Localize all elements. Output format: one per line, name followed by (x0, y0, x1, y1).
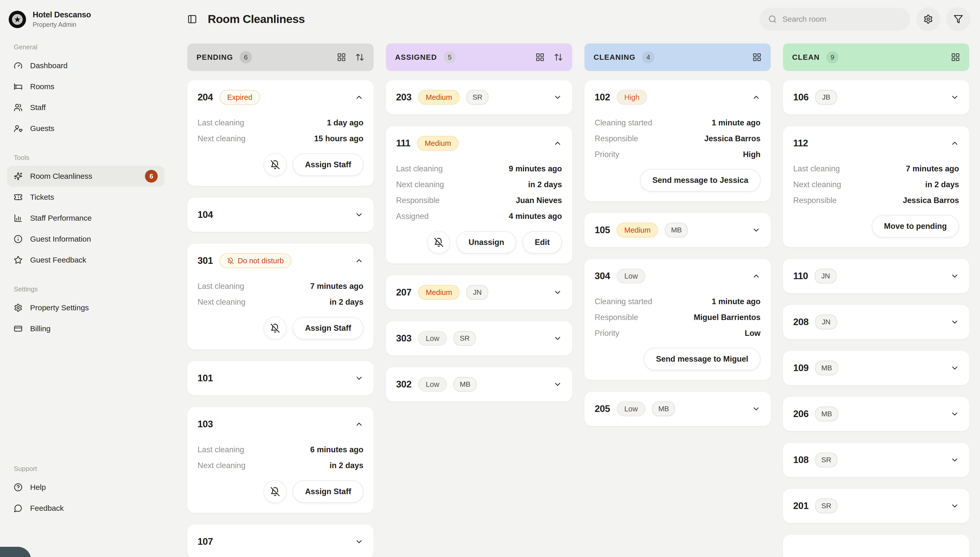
room-card[interactable]: 206MB (783, 397, 969, 431)
card-actions: Assign Staff (198, 480, 363, 503)
expand-toggle[interactable] (553, 93, 562, 102)
assign-staff-button[interactable]: Assign Staff (293, 480, 363, 503)
edit-button[interactable]: Edit (522, 231, 562, 254)
room-card[interactable]: 201SR (783, 489, 969, 523)
assign-staff-button[interactable]: Assign Staff (293, 153, 363, 176)
card-header: 208JN (793, 314, 959, 329)
room-card[interactable]: 204ExpiredLast cleaning1 day agoNext cle… (187, 80, 374, 186)
expand-toggle[interactable] (355, 93, 363, 102)
room-card[interactable]: 112Last cleaning7 minutes agoNext cleani… (783, 126, 969, 247)
detail-value: 1 minute ago (712, 118, 761, 127)
sidebar-item-property-settings[interactable]: Property Settings (7, 297, 164, 318)
expand-toggle[interactable] (553, 380, 562, 389)
column-title: ASSIGNED (395, 53, 437, 62)
sidebar-item-staff-performance[interactable]: Staff Performance (7, 208, 164, 228)
sidebar-item-feedback[interactable]: Feedback (7, 498, 164, 519)
send-message-to-miguel-button[interactable]: Send message to Miguel (644, 348, 761, 370)
room-card[interactable]: 109MB (783, 351, 969, 385)
send-message-to-jessica-button[interactable]: Send message to Jessica (640, 169, 761, 192)
sidebar: ★ Hotel Descanso Property Admin GeneralD… (0, 0, 172, 557)
sidebar-toggle-button[interactable] (187, 14, 197, 24)
sidebar-item-help[interactable]: Help (7, 477, 164, 498)
sidebar-item-staff[interactable]: Staff (7, 97, 164, 118)
expand-toggle[interactable] (951, 364, 959, 372)
room-card[interactable]: 205LowMB (584, 392, 771, 426)
room-card[interactable]: 103Last cleaning6 minutes agoNext cleani… (187, 407, 374, 513)
expand-toggle[interactable] (355, 210, 363, 219)
room-card[interactable]: 110JN (783, 259, 969, 293)
expand-toggle[interactable] (355, 537, 363, 546)
sidebar-item-guest-feedback[interactable]: Guest Feedback (7, 249, 164, 270)
sidebar-item-rooms[interactable]: Rooms (7, 76, 164, 97)
expand-toggle[interactable] (752, 93, 761, 102)
expand-toggle[interactable] (752, 272, 761, 280)
expand-toggle[interactable] (951, 318, 959, 326)
sort-icon[interactable] (554, 53, 563, 62)
detail-value: Miguel Barrientos (694, 313, 761, 322)
detail-value: 9 minutes ago (509, 164, 562, 173)
expand-toggle[interactable] (553, 288, 562, 297)
expand-toggle[interactable] (355, 256, 363, 265)
room-card[interactable]: 208JN (783, 305, 969, 339)
assign-staff-button[interactable]: Assign Staff (293, 317, 363, 339)
sidebar-item-guests[interactable]: Guests (7, 118, 164, 139)
room-card[interactable]: 105MediumMB (584, 213, 771, 247)
room-card[interactable]: 107 (187, 524, 374, 557)
room-card[interactable]: 106JB (783, 80, 969, 114)
expand-toggle[interactable] (355, 374, 363, 383)
room-card[interactable]: 302LowMB (386, 367, 572, 401)
move-to-pending-button[interactable]: Move to pending (872, 215, 959, 238)
column-count-badge: 4 (642, 51, 654, 64)
card-actions: Send message to Jessica (595, 169, 761, 192)
chevron-down-icon (951, 456, 959, 464)
detail-label: Next cleaning (198, 134, 245, 143)
room-card[interactable]: 108SR (783, 443, 969, 477)
room-card[interactable]: 301Do not disturbLast cleaning7 minutes … (187, 244, 374, 349)
room-number: 206 (793, 409, 808, 419)
do-not-disturb-button[interactable] (264, 153, 287, 176)
room-card[interactable]: 304LowCleaning started1 minute agoRespon… (584, 259, 771, 380)
room-card[interactable]: 207MediumJN (386, 275, 572, 309)
room-card[interactable] (783, 535, 969, 557)
room-card[interactable]: 203MediumSR (386, 80, 572, 114)
assignee-chip: JN (815, 269, 837, 283)
do-not-disturb-button[interactable] (427, 231, 450, 254)
expand-toggle[interactable] (951, 410, 959, 419)
settings-button[interactable] (916, 7, 940, 31)
bell-off-icon (270, 160, 280, 169)
do-not-disturb-button[interactable] (264, 480, 287, 503)
grid-view-icon[interactable] (752, 53, 761, 62)
grid-view-icon[interactable] (951, 53, 960, 62)
sidebar-item-tickets[interactable]: Tickets (7, 187, 164, 208)
expand-toggle[interactable] (355, 420, 363, 428)
expand-toggle[interactable] (951, 93, 959, 102)
sort-icon[interactable] (355, 53, 364, 62)
filter-button[interactable] (946, 7, 970, 31)
sidebar-item-room-cleanliness[interactable]: Room Cleanliness6 (7, 166, 164, 187)
room-card[interactable]: 101 (187, 361, 374, 395)
detail-row: ResponsibleJessica Barros (793, 192, 959, 208)
expand-toggle[interactable] (951, 502, 959, 510)
expand-toggle[interactable] (553, 139, 562, 148)
grid-view-icon[interactable] (535, 53, 545, 62)
status-badge-label: Low (426, 334, 439, 343)
do-not-disturb-button[interactable] (264, 317, 287, 340)
room-card[interactable]: 303LowSR (386, 321, 572, 355)
room-card[interactable]: 102HighCleaning started1 minute agoRespo… (584, 80, 771, 201)
unassign-button[interactable]: Unassign (456, 231, 516, 254)
expand-toggle[interactable] (752, 404, 761, 413)
grid-view-icon[interactable] (337, 53, 346, 62)
expand-toggle[interactable] (951, 272, 959, 280)
expand-toggle[interactable] (951, 456, 959, 464)
expand-toggle[interactable] (951, 139, 959, 148)
sidebar-item-dashboard[interactable]: Dashboard (7, 55, 164, 76)
room-card[interactable]: 104 (187, 198, 374, 232)
card-header: 108SR (793, 453, 959, 467)
sidebar-item-guest-information[interactable]: Guest Information (7, 228, 164, 249)
sidebar-item-billing[interactable]: Billing (7, 318, 164, 339)
search-input[interactable] (782, 15, 901, 23)
expand-toggle[interactable] (752, 226, 761, 235)
room-card[interactable]: 111MediumLast cleaning9 minutes agoNext … (386, 126, 572, 264)
column-header: ASSIGNED5 (386, 43, 572, 71)
expand-toggle[interactable] (553, 334, 562, 343)
